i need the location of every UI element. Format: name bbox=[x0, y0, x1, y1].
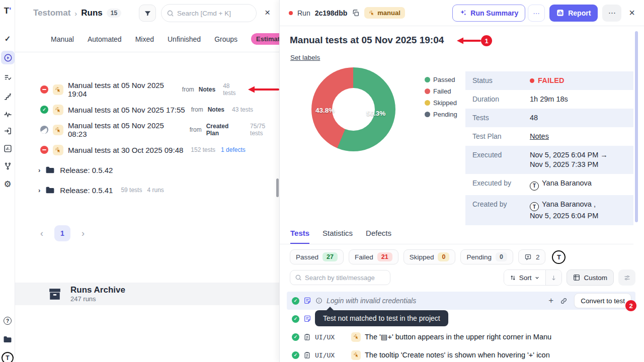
status-partial-icon bbox=[40, 126, 48, 134]
report-button[interactable]: Report bbox=[549, 5, 598, 22]
detail-panel-scrollbar[interactable] bbox=[635, 31, 638, 222]
manual-run-icon bbox=[53, 105, 63, 115]
info-row-created-by: Created by TYana Baranova ,Nov 5, 2025 6… bbox=[465, 195, 633, 226]
run-status-dot bbox=[289, 11, 293, 15]
test-row[interactable]: ✓ UI/UX The '▤+' button appears in the u… bbox=[287, 328, 635, 346]
runs-search-input[interactable] bbox=[177, 10, 248, 17]
view-settings-button[interactable] bbox=[618, 269, 635, 286]
run-row[interactable]: Manual tests at 30 Oct 2025 09:48 152 te… bbox=[15, 140, 279, 160]
legend-item-passed: Passed bbox=[425, 76, 457, 83]
status-badge: FAILED bbox=[530, 76, 565, 85]
sort-direction-button[interactable] bbox=[545, 270, 561, 285]
breadcrumb-app[interactable]: Testomat bbox=[33, 8, 70, 18]
run-defects-link[interactable]: 1 defects bbox=[221, 146, 246, 153]
folder-title: Release: 0.5.42 bbox=[60, 166, 113, 174]
tasks-check-icon[interactable]: ✓ bbox=[0, 34, 15, 43]
settings-icon[interactable]: ⚙ bbox=[0, 180, 15, 189]
analytics-icon[interactable] bbox=[0, 144, 15, 153]
convert-to-test-button[interactable]: Convert to test bbox=[574, 293, 631, 308]
app-logo[interactable]: T' bbox=[0, 6, 15, 16]
app-root: T' ✓ ⚙ ? T Testoma bbox=[0, 0, 644, 362]
legend-dot-skipped bbox=[425, 100, 430, 106]
help-icon[interactable]: ? bbox=[0, 317, 15, 325]
comment-plus-icon bbox=[524, 253, 532, 261]
clipboard-icon bbox=[303, 351, 311, 359]
runs-archive-card[interactable]: Runs Archive 247 runs bbox=[15, 283, 279, 305]
page-number[interactable]: 1 bbox=[54, 225, 70, 241]
run-tests-count: 48 tests bbox=[223, 82, 243, 97]
pill-failed[interactable]: Failed 21 bbox=[349, 249, 398, 264]
run-summary-more-button[interactable]: ⋯ bbox=[528, 5, 545, 22]
runs-panel-header: Testomat › Runs 15 × bbox=[15, 0, 279, 26]
set-labels-link[interactable]: Set labels bbox=[290, 54, 320, 61]
run-row[interactable]: ✓ Manual tests at 05 Nov 2025 17:55 from… bbox=[15, 100, 279, 120]
page-prev-icon[interactable]: ‹ bbox=[37, 228, 46, 239]
run-summary-button[interactable]: Run Summary bbox=[452, 5, 525, 22]
manual-run-icon bbox=[53, 125, 63, 135]
chevron-right-icon[interactable]: › bbox=[38, 166, 40, 174]
annotation-arrow-icon bbox=[457, 37, 481, 44]
run-row[interactable]: Manual tests at 05 Nov 2025 19:04 from N… bbox=[15, 79, 279, 100]
filter-button[interactable] bbox=[139, 5, 156, 22]
info-row-executed: Executed Nov 5, 2025 6:04 PM →Nov 5, 202… bbox=[465, 146, 633, 174]
profile-avatar[interactable]: T bbox=[0, 352, 15, 362]
test-plan-link[interactable]: Notes bbox=[530, 132, 549, 141]
page-next-icon[interactable]: › bbox=[78, 228, 88, 239]
pill-pending[interactable]: Pending 0 bbox=[460, 249, 513, 264]
test-title: Login with invalid credentials bbox=[327, 297, 416, 305]
info-row-status: Status FAILED bbox=[465, 71, 633, 90]
steps-icon[interactable] bbox=[0, 93, 15, 102]
test-cases-icon[interactable] bbox=[0, 73, 15, 82]
tests-toolbar: Sort Custom bbox=[290, 269, 635, 286]
runs-play-icon[interactable] bbox=[1, 51, 15, 64]
tests-search-input[interactable] bbox=[305, 274, 384, 282]
status-failed-icon bbox=[40, 146, 48, 154]
panel-close-icon[interactable]: × bbox=[265, 7, 270, 18]
test-row[interactable]: ✓ Login with invalid credentials + Conve… bbox=[287, 292, 635, 310]
run-source: Notes bbox=[199, 86, 215, 93]
close-detail-icon[interactable]: × bbox=[629, 7, 635, 19]
import-icon[interactable] bbox=[0, 127, 15, 135]
runs-search bbox=[161, 4, 257, 22]
sort-button[interactable]: Sort bbox=[504, 270, 546, 285]
run-source: Notes bbox=[208, 106, 224, 113]
branches-icon[interactable] bbox=[0, 162, 15, 170]
filter-tab-automated[interactable]: Automated bbox=[88, 35, 122, 43]
pulse-icon[interactable] bbox=[0, 110, 15, 119]
filter-tab-manual[interactable]: Manual bbox=[51, 35, 74, 43]
tooltip: Test not matched to test in the project bbox=[315, 310, 448, 326]
pill-passed[interactable]: Passed 27 bbox=[290, 249, 344, 264]
chevron-down-icon bbox=[534, 275, 540, 281]
release-folder-row[interactable]: › Release: 0.5.41 59 tests 4 runs bbox=[15, 180, 279, 200]
filter-tab-groups[interactable]: Groups bbox=[214, 35, 237, 43]
filter-tab-unfinished[interactable]: Unfinished bbox=[168, 35, 201, 43]
more-actions-button[interactable]: ⋯ bbox=[602, 5, 621, 22]
chevron-right-icon[interactable]: › bbox=[38, 187, 40, 194]
run-title: Manual tests at 05 Nov 2025 19:04 bbox=[68, 81, 176, 98]
grid-icon bbox=[573, 274, 580, 281]
tab-tests[interactable]: Tests bbox=[290, 226, 309, 244]
docs-folder-icon[interactable] bbox=[0, 335, 15, 343]
run-source: Created Plan bbox=[206, 123, 243, 137]
filter-tab-mixed[interactable]: Mixed bbox=[135, 35, 154, 43]
pill-skipped[interactable]: Skipped 0 bbox=[404, 249, 456, 264]
add-icon[interactable]: + bbox=[548, 296, 553, 306]
tab-statistics[interactable]: Statistics bbox=[323, 226, 353, 244]
sidebar: T' ✓ ⚙ ? T bbox=[0, 0, 15, 362]
test-title: The '▤+' button appears in the upper rig… bbox=[365, 333, 551, 341]
release-folder-row[interactable]: › Release: 0.5.42 bbox=[15, 160, 279, 180]
runs-panel-scrollbar[interactable] bbox=[276, 178, 279, 197]
tab-defects[interactable]: Defects bbox=[366, 226, 391, 244]
test-row[interactable]: ✓ UI/UX The tooltip 'Create notes' is sh… bbox=[287, 346, 635, 362]
passed-percent-label: 56.3% bbox=[366, 110, 385, 117]
custom-columns-button[interactable]: Custom bbox=[567, 269, 614, 286]
filter-tab-estimate[interactable]: Estimate bbox=[251, 33, 279, 45]
folder-runs-count: 4 runs bbox=[147, 187, 164, 194]
pill-comments[interactable]: 2 bbox=[518, 249, 546, 264]
link-icon[interactable] bbox=[560, 297, 568, 305]
run-info-table: Status FAILED Duration 1h 29m 18s Tests … bbox=[465, 71, 633, 225]
copy-icon[interactable] bbox=[352, 9, 360, 17]
run-row[interactable]: Manual tests at 05 Nov 2025 08:23 from C… bbox=[15, 120, 279, 140]
assignee-avatar[interactable]: T bbox=[552, 250, 566, 264]
info-row-executed-by: Executed by TYana Baranova bbox=[465, 174, 633, 195]
